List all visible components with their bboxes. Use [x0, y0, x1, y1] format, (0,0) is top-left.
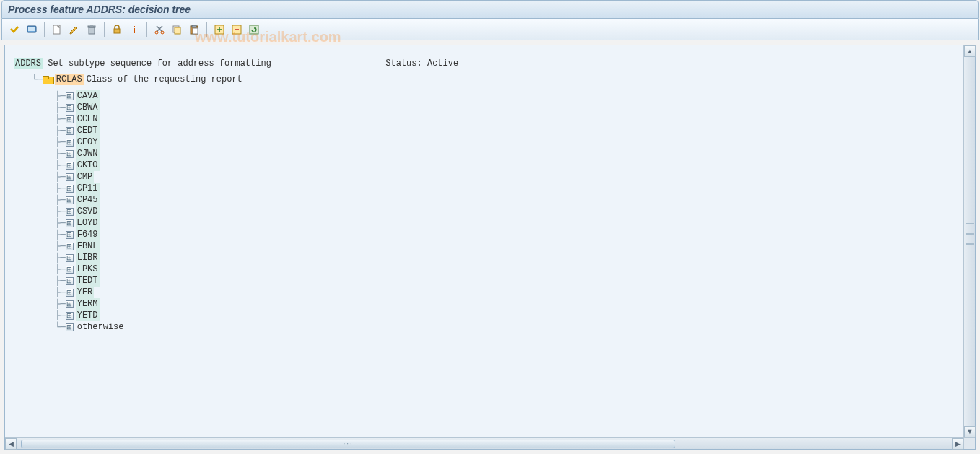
hscroll-thumb[interactable] — [21, 440, 675, 448]
paste-icon[interactable] — [186, 22, 202, 38]
expand-icon[interactable]: ⊞ — [66, 243, 74, 250]
expand-icon[interactable]: ⊞ — [66, 300, 74, 308]
tree-leaf-row[interactable]: ├─⊞YER — [5, 287, 963, 298]
expand-icon[interactable] — [211, 22, 227, 38]
expand-icon[interactable]: ⊞ — [66, 231, 74, 239]
tree-leaf-row[interactable]: ├─⊞CKTO — [5, 160, 963, 171]
horizontal-scrollbar[interactable]: ◀ ▶ — [5, 437, 963, 449]
tree-connector: ├─ — [50, 275, 66, 287]
tree-connector: └─ — [27, 74, 43, 85]
expand-icon[interactable]: ⊞ — [66, 127, 74, 135]
tree-connector: ├─ — [50, 252, 66, 263]
page-title: Process feature ADDRS: decision tree — [8, 4, 191, 15]
expand-icon[interactable]: ⊞ — [66, 104, 74, 112]
delete-icon[interactable] — [84, 22, 100, 38]
tree-leaf-row[interactable]: ├─⊞CEOY — [5, 136, 963, 148]
tree-leaf-row[interactable]: ├─⊞CEDT — [5, 125, 963, 136]
tree-leaf-row[interactable]: ├─⊞CP11 — [5, 183, 963, 194]
leaf-label[interactable]: EOYD — [76, 217, 100, 229]
leaf-label[interactable]: FBNL — [76, 240, 100, 252]
tree-leaf-row[interactable]: ├─⊞CCEN — [5, 113, 963, 125]
leaf-label[interactable]: CEOY — [76, 136, 100, 148]
check-icon[interactable] — [6, 22, 22, 38]
leaf-label[interactable]: CMP — [76, 171, 95, 183]
tree-leaf-row[interactable]: ├─⊞YERM — [5, 298, 963, 310]
tree-leaf-row[interactable]: ├─⊞TEDT — [5, 275, 963, 287]
info-icon[interactable] — [126, 22, 142, 38]
expand-icon[interactable]: ⊞ — [66, 139, 74, 147]
tree-root-row[interactable]: ADDRS Set subtype sequence for address f… — [5, 58, 963, 69]
leaf-label[interactable]: LPKS — [76, 263, 100, 275]
vertical-scrollbar[interactable]: ▲ ▼ — [963, 45, 975, 437]
leaf-label[interactable]: YERM — [76, 298, 100, 310]
tree-leaf-row[interactable]: ├─⊞LIBR — [5, 252, 963, 263]
hscroll-track[interactable] — [17, 438, 952, 449]
tree-leaf-row[interactable]: ├─⊞CBWA — [5, 102, 963, 113]
collapse-icon[interactable] — [229, 22, 245, 38]
expand-icon[interactable]: ⊞ — [66, 162, 74, 170]
tree-leaf-row[interactable]: ├─⊞LPKS — [5, 263, 963, 275]
refresh-icon[interactable] — [246, 22, 262, 38]
tree-child-row[interactable]: └─ RCLAS Class of the requesting report — [5, 74, 963, 85]
tree-leaf-row[interactable]: ├─⊞CSVD — [5, 206, 963, 217]
tree-leaf-row[interactable]: ├─⊞CJWN — [5, 148, 963, 160]
tree-leaf-row[interactable]: ├─⊞EOYD — [5, 217, 963, 229]
leaf-label[interactable]: otherwise — [76, 321, 126, 333]
scroll-right-button[interactable]: ▶ — [952, 438, 963, 450]
expand-icon[interactable]: ⊞ — [66, 312, 74, 320]
svg-rect-15 — [193, 28, 198, 34]
svg-rect-1 — [28, 27, 35, 31]
svg-rect-3 — [89, 27, 95, 34]
display-icon[interactable] — [24, 22, 40, 38]
status-value: Active — [427, 58, 458, 69]
copy-icon[interactable] — [169, 22, 185, 38]
expand-icon[interactable]: ⊞ — [66, 254, 74, 262]
tree-leaf-row[interactable]: ├─⊞YETD — [5, 310, 963, 321]
status-spacer — [271, 58, 385, 69]
tree-leaf-row[interactable]: ├─⊞CMP — [5, 171, 963, 183]
leaf-label[interactable]: CSVD — [76, 206, 100, 217]
tree-connector: ├─ — [50, 240, 66, 252]
scroll-left-button[interactable]: ◀ — [5, 438, 17, 450]
leaf-label[interactable]: CJWN — [76, 148, 100, 160]
lock-icon[interactable] — [109, 22, 125, 38]
expand-icon[interactable]: ⊞ — [66, 185, 74, 193]
expand-icon[interactable]: ⊞ — [66, 266, 74, 274]
expand-icon[interactable]: ⊞ — [66, 92, 74, 100]
expand-icon[interactable]: ⊞ — [66, 289, 74, 297]
tree-leaf-row[interactable]: ├─⊞FBNL — [5, 240, 963, 252]
expand-icon[interactable]: ⊞ — [66, 115, 74, 123]
scroll-up-button[interactable]: ▲ — [964, 45, 976, 57]
tree-leaf-row[interactable]: ├─⊞CP45 — [5, 194, 963, 206]
tree-leaf-row[interactable]: ├─⊞F649 — [5, 229, 963, 240]
expand-icon[interactable]: ⊞ — [66, 323, 74, 331]
expand-icon[interactable]: ⊞ — [66, 208, 74, 216]
expand-icon[interactable]: ⊞ — [66, 196, 74, 204]
tree-leaf-row[interactable]: └─⊞otherwise — [5, 321, 963, 333]
tree-leaf-row[interactable]: ├─⊞CAVA — [5, 90, 963, 102]
leaf-label[interactable]: CP45 — [76, 194, 100, 206]
expand-icon[interactable]: ⊞ — [66, 277, 74, 285]
leaf-label[interactable]: CCEN — [76, 113, 100, 125]
leaf-label[interactable]: CAVA — [76, 90, 100, 102]
leaf-label[interactable]: CBWA — [76, 102, 100, 113]
leaf-label[interactable]: F649 — [76, 229, 100, 240]
create-icon[interactable] — [49, 22, 65, 38]
leaf-label[interactable]: CKTO — [76, 160, 100, 171]
expand-icon[interactable]: ⊞ — [66, 150, 74, 158]
leaf-label[interactable]: CP11 — [76, 183, 100, 194]
leaf-label[interactable]: LIBR — [76, 252, 100, 263]
expand-icon[interactable]: ⊞ — [66, 219, 74, 227]
leaf-label[interactable]: YER — [76, 287, 95, 298]
leaf-label[interactable]: TEDT — [76, 275, 100, 287]
vscroll-track[interactable] — [964, 57, 975, 426]
leaf-label[interactable]: CEDT — [76, 125, 100, 136]
edit-icon[interactable] — [66, 22, 82, 38]
scroll-down-button[interactable]: ▼ — [964, 426, 976, 437]
root-code: ADDRS — [14, 58, 43, 69]
leaf-label[interactable]: YETD — [76, 310, 100, 321]
cut-icon[interactable] — [152, 22, 167, 38]
expand-icon[interactable]: ⊞ — [66, 173, 74, 181]
tree-connector: ├─ — [50, 113, 66, 125]
scroll-corner — [963, 437, 975, 449]
